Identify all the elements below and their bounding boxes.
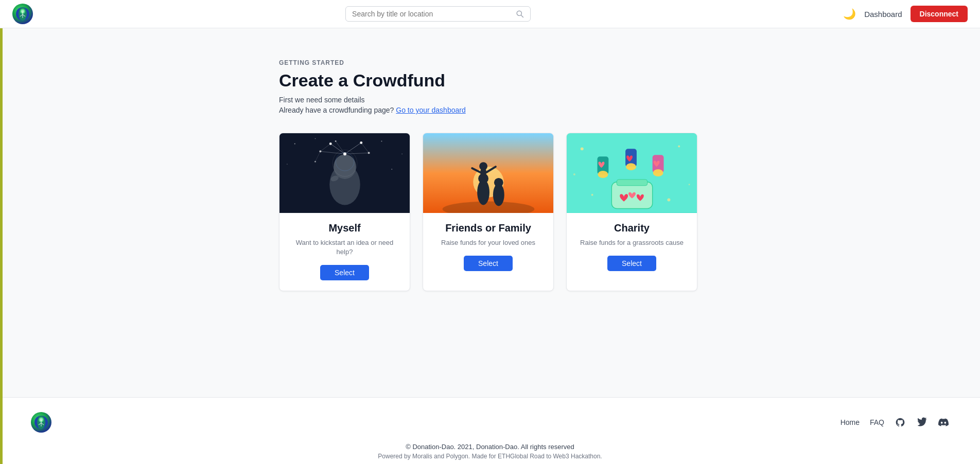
svg-point-59 [626, 163, 636, 170]
card-body-charity: Charity Raise funds for a grassroots cau… [572, 213, 692, 291]
svg-point-15 [391, 169, 392, 170]
card-desc-family: Raise funds for your loved ones [441, 238, 535, 247]
logo-circle [12, 4, 33, 24]
card-title-family: Friends or Family [445, 222, 531, 234]
svg-point-28 [360, 141, 362, 144]
subtitle: First we need some details [279, 96, 701, 104]
card-friends-family: Friends or Family Raise funds for your l… [423, 133, 554, 291]
dark-mode-icon[interactable]: 🌙 [843, 8, 856, 20]
footer-bottom: © Donation-Dao. 2021, Donation-Dao. All … [378, 443, 602, 460]
svg-point-57 [598, 171, 608, 178]
search-icon [516, 10, 524, 18]
svg-point-11 [315, 138, 316, 139]
svg-point-17 [334, 154, 356, 179]
footer-nav: Home FAQ [841, 417, 949, 428]
github-icon[interactable] [895, 417, 906, 428]
card-image-family [423, 133, 553, 213]
search-input[interactable] [352, 10, 512, 18]
logo[interactable] [12, 4, 33, 24]
go-to-dashboard-link[interactable]: Go to your dashboard [396, 106, 465, 114]
svg-point-10 [294, 143, 295, 144]
footer-faq-link[interactable]: FAQ [870, 418, 884, 426]
svg-point-30 [368, 152, 370, 154]
discord-icon[interactable] [938, 417, 949, 428]
card-image-charity [567, 133, 697, 213]
card-charity: Charity Raise funds for a grassroots cau… [566, 133, 697, 291]
card-title-charity: Charity [614, 222, 650, 234]
accent-bar [0, 28, 3, 464]
svg-point-12 [381, 140, 382, 141]
svg-point-27 [329, 142, 332, 145]
dashboard-link[interactable]: Dashboard [864, 10, 902, 19]
card-title-myself: Myself [328, 222, 360, 234]
svg-point-49 [678, 145, 680, 147]
card-myself: Myself Want to kickstart an idea or need… [279, 133, 410, 291]
svg-point-33 [343, 152, 346, 155]
card-desc-myself: Want to kickstart an idea or need help? [288, 238, 401, 257]
footer-copyright: © Donation-Dao. 2021, Donation-Dao. All … [378, 443, 602, 451]
header-right: 🌙 Dashboard Disconnect [843, 6, 968, 22]
select-charity-button[interactable]: Select [607, 256, 656, 271]
svg-point-32 [314, 161, 316, 163]
page-title: Create a Crowdfund [279, 70, 701, 91]
svg-point-52 [689, 184, 690, 185]
select-myself-button[interactable]: Select [320, 265, 369, 280]
footer-home-link[interactable]: Home [841, 418, 860, 426]
card-desc-charity: Raise funds for a grassroots cause [580, 238, 684, 247]
search-box[interactable] [345, 6, 531, 22]
footer-powered: Powered by Moralis and Polygon. Made for… [378, 453, 602, 460]
footer-top: Home FAQ [31, 412, 949, 433]
footer-logo[interactable] [31, 412, 51, 433]
svg-rect-55 [617, 180, 647, 186]
getting-started-label: GETTING STARTED [279, 59, 701, 66]
svg-point-61 [653, 169, 663, 176]
card-image-myself [279, 133, 410, 213]
header: 🌙 Dashboard Disconnect [0, 0, 980, 28]
svg-point-29 [319, 150, 321, 152]
svg-point-53 [573, 173, 575, 175]
footer: Home FAQ © Donation-Dao. 2021 [0, 397, 980, 464]
svg-point-48 [581, 147, 584, 150]
card-body-family: Friends or Family Raise funds for your l… [433, 213, 544, 291]
svg-point-51 [667, 199, 670, 202]
svg-point-31 [335, 140, 337, 142]
svg-point-14 [287, 164, 288, 165]
svg-line-8 [521, 15, 523, 17]
disconnect-button[interactable]: Disconnect [911, 6, 968, 22]
twitter-icon[interactable] [916, 417, 927, 428]
select-family-button[interactable]: Select [464, 256, 513, 271]
card-body-myself: Myself Want to kickstart an idea or need… [279, 213, 410, 291]
svg-point-13 [401, 154, 402, 155]
already-have-text: Already have a crowdfunding page? Go to … [279, 106, 701, 114]
svg-point-50 [591, 194, 593, 196]
main-content: GETTING STARTED Create a Crowdfund First… [0, 28, 980, 397]
svg-point-46 [494, 178, 503, 187]
content-wrapper: GETTING STARTED Create a Crowdfund First… [279, 59, 701, 291]
cards-row: Myself Want to kickstart an idea or need… [279, 133, 701, 291]
search-container [33, 6, 843, 22]
